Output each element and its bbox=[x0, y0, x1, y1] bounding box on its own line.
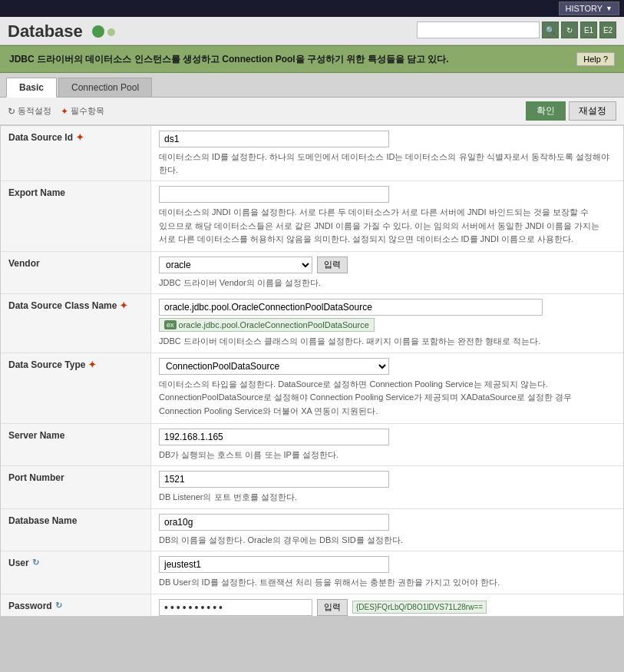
vendor-row: Vendor oracle mysql mssql db2 입력 JDBC 드라… bbox=[1, 252, 623, 295]
datasource-type-desc: 데이터소스의 타입을 설정한다. DataSource로 설정하면 Connec… bbox=[159, 378, 616, 419]
top-bar: HISTORY bbox=[0, 0, 624, 17]
password-row: Password ↻ •••••••••• 입력 {DES}FQrLbQ/D8O… bbox=[1, 594, 623, 617]
tab-connection-pool[interactable]: Connection Pool bbox=[58, 78, 152, 97]
datasource-class-name-desc: JDBC 드라이버 데이터소스 클래스의 이름을 설정한다. 패키지 이름을 포… bbox=[159, 335, 616, 348]
datasource-type-content: ConnectionPoolDataSource DataSource XADa… bbox=[151, 353, 623, 423]
header-decoration bbox=[92, 25, 115, 38]
reset-button[interactable]: 재설정 bbox=[569, 101, 616, 121]
tab-bar: Basic Connection Pool bbox=[0, 73, 624, 98]
database-name-input[interactable] bbox=[159, 514, 389, 531]
database-name-row: Database Name DB의 이름을 설정한다. Oracle의 경우에는… bbox=[1, 509, 623, 552]
datasource-class-name-label: Data Source Class Name ✦ bbox=[1, 294, 151, 353]
server-name-input[interactable] bbox=[159, 429, 389, 445]
app-header: Database 🔍 ↻ E1 E2 bbox=[0, 17, 624, 45]
required-icon: ✦ bbox=[61, 106, 68, 117]
app-title: Database bbox=[8, 22, 83, 41]
history-button[interactable]: HISTORY bbox=[559, 2, 619, 15]
vendor-content: oracle mysql mssql db2 입력 JDBC 드라이버 Vend… bbox=[151, 252, 623, 294]
datasource-id-content: 데이터소스의 ID를 설정한다. 하나의 도메인에서 데이터소스 ID는 데이터… bbox=[151, 126, 623, 180]
server-name-desc: DB가 실행되는 호스트 이름 또는 IP를 설정한다. bbox=[159, 449, 616, 462]
datasource-class-name-content: ex oracle.jdbc.pool.OracleConnectionPool… bbox=[151, 294, 623, 353]
password-content: •••••••••• 입력 {DES}FQrLbQ/D8O1lDVS71L28r… bbox=[151, 594, 623, 617]
datasource-type-row: Data Source Type ✦ ConnectionPoolDataSou… bbox=[1, 353, 623, 424]
datasource-class-name-row: Data Source Class Name ✦ ex oracle.jdbc.… bbox=[1, 294, 623, 353]
required-mark2: ✦ bbox=[120, 300, 127, 311]
datasource-type-select[interactable]: ConnectionPoolDataSource DataSource XADa… bbox=[159, 358, 389, 375]
user-input[interactable] bbox=[159, 556, 389, 573]
tab-basic[interactable]: Basic bbox=[6, 78, 57, 98]
user-label: User ↻ bbox=[1, 551, 151, 594]
export-name-label: Export Name bbox=[1, 181, 151, 251]
user-sync-icon[interactable]: ↻ bbox=[32, 558, 39, 568]
vendor-select[interactable]: oracle mysql mssql db2 bbox=[159, 257, 312, 273]
server-name-row: Server Name DB가 실행되는 호스트 이름 또는 IP를 설정한다. bbox=[1, 424, 623, 467]
port-number-row: Port Number DB Listener의 포트 번호를 설정한다. bbox=[1, 466, 623, 509]
export-name-row: Export Name 데이터소스의 JNDI 이름을 설정한다. 서로 다른 … bbox=[1, 181, 623, 252]
search-icon[interactable]: 🔍 bbox=[542, 22, 559, 38]
server-name-label: Server Name bbox=[1, 424, 151, 466]
password-sync-icon[interactable]: ↻ bbox=[55, 601, 62, 611]
datasource-class-name-input[interactable] bbox=[159, 299, 543, 316]
dot-green bbox=[92, 25, 104, 38]
required-fields-item: ✦ 필수항목 bbox=[61, 105, 104, 117]
password-input-button[interactable]: 입력 bbox=[317, 599, 348, 616]
form-container: Data Source Id ✦ 데이터소스의 ID를 설정한다. 하나의 도메… bbox=[0, 125, 624, 617]
toolbar-right: 확인 재설정 bbox=[526, 101, 616, 121]
export-name-content: 데이터소스의 JNDI 이름을 설정한다. 서로 다른 두 데이터소스가 서로 … bbox=[151, 181, 623, 251]
search-input[interactable] bbox=[417, 22, 540, 38]
user-row: User ↻ DB User의 ID를 설정한다. 트랜잭션 처리 등을 위해서… bbox=[1, 551, 623, 594]
export2-icon[interactable]: E2 bbox=[599, 22, 616, 38]
required-fields-label: 필수항목 bbox=[71, 105, 104, 117]
dot-light-green bbox=[107, 28, 115, 36]
info-text: JDBC 드라이버의 데이터소스 인스턴스를 생성하고 Connection P… bbox=[9, 53, 449, 66]
port-number-label: Port Number bbox=[1, 466, 151, 508]
required-mark: ✦ bbox=[76, 132, 84, 143]
sync-icon: ↻ bbox=[8, 106, 15, 117]
server-name-content: DB가 실행되는 호스트 이름 또는 IP를 설정한다. bbox=[151, 424, 623, 466]
datasource-id-row: Data Source Id ✦ 데이터소스의 ID를 설정한다. 하나의 도메… bbox=[1, 126, 623, 181]
datasource-id-desc: 데이터소스의 ID를 설정한다. 하나의 도메인에서 데이터소스 ID는 데이터… bbox=[159, 151, 616, 176]
vendor-select-row: oracle mysql mssql db2 입력 bbox=[159, 257, 616, 273]
toolbar-left: ↻ 동적설정 ✦ 필수항목 bbox=[8, 105, 104, 117]
export-name-desc: 데이터소스의 JNDI 이름을 설정한다. 서로 다른 두 데이터소스가 서로 … bbox=[159, 206, 616, 247]
datasource-id-label: Data Source Id ✦ bbox=[1, 126, 151, 180]
vendor-label: Vendor bbox=[1, 252, 151, 294]
port-number-content: DB Listener의 포트 번호를 설정한다. bbox=[151, 466, 623, 508]
export-name-input[interactable] bbox=[159, 186, 389, 203]
password-row-inner: •••••••••• 입력 {DES}FQrLbQ/D8O1lDVS71L28r… bbox=[159, 599, 616, 616]
confirm-button[interactable]: 확인 bbox=[526, 101, 566, 121]
help-button[interactable]: Help ? bbox=[576, 52, 615, 66]
port-number-input[interactable] bbox=[159, 471, 389, 488]
encrypted-value: {DES}FQrLbQ/D8O1lDVS71L28rw== bbox=[352, 601, 487, 614]
port-number-desc: DB Listener의 포트 번호를 설정한다. bbox=[159, 491, 616, 504]
datasource-id-input[interactable] bbox=[159, 131, 389, 147]
database-name-content: DB의 이름을 설정한다. Oracle의 경우에는 DB의 SID를 설정한다… bbox=[151, 509, 623, 551]
database-name-desc: DB의 이름을 설정한다. Oracle의 경우에는 DB의 SID를 설정한다… bbox=[159, 534, 616, 547]
class-name-hint: ex oracle.jdbc.pool.OracleConnectionPool… bbox=[159, 318, 375, 332]
user-desc: DB User의 ID를 설정한다. 트랜잭션 처리 등을 위해서는 충분한 권… bbox=[159, 576, 616, 589]
dynamic-setting-label: 동적설정 bbox=[18, 105, 51, 117]
info-bar: JDBC 드라이버의 데이터소스 인스턴스를 생성하고 Connection P… bbox=[0, 45, 624, 73]
password-dots: •••••••••• bbox=[159, 599, 312, 616]
password-label: Password ↻ bbox=[1, 594, 151, 617]
refresh-icon[interactable]: ↻ bbox=[561, 22, 578, 38]
database-name-label: Database Name bbox=[1, 509, 151, 551]
toolbar: ↻ 동적설정 ✦ 필수항목 확인 재설정 bbox=[0, 98, 624, 125]
export1-icon[interactable]: E1 bbox=[580, 22, 597, 38]
datasource-type-label: Data Source Type ✦ bbox=[1, 353, 151, 423]
vendor-input-button[interactable]: 입력 bbox=[317, 257, 348, 273]
vendor-desc: JDBC 드라이버 Vendor의 이름을 설정한다. bbox=[159, 276, 616, 290]
header-right: 🔍 ↻ E1 E2 bbox=[417, 22, 616, 38]
dynamic-setting-item[interactable]: ↻ 동적설정 bbox=[8, 105, 51, 117]
hint-icon: ex bbox=[164, 320, 177, 329]
user-content: DB User의 ID를 설정한다. 트랜잭션 처리 등을 위해서는 충분한 권… bbox=[151, 551, 623, 594]
required-mark3: ✦ bbox=[88, 359, 96, 370]
